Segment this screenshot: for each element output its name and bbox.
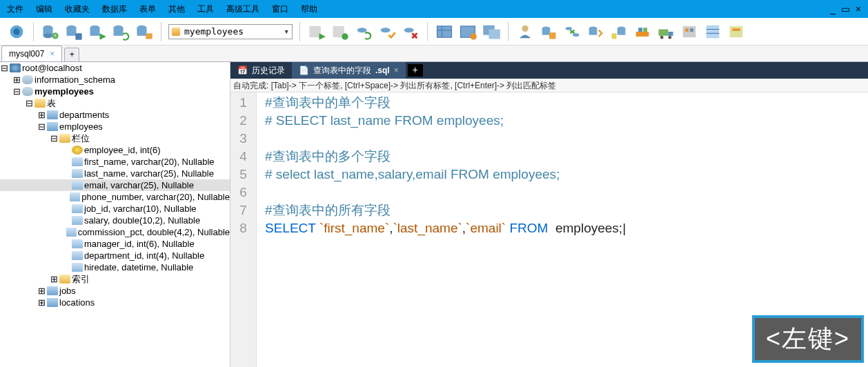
close-icon[interactable]: × xyxy=(394,66,399,75)
db-refresh-icon[interactable] xyxy=(111,22,130,41)
tree-label: 栏位 xyxy=(72,132,90,144)
tree-column[interactable]: commission_pct, double(4,2), Nullable xyxy=(0,226,230,238)
tree-folder[interactable]: ⊞ 索引 xyxy=(0,273,230,285)
exec-icon[interactable] xyxy=(307,22,326,41)
tree-label: hiredate, datetime, Nullable xyxy=(84,261,193,273)
svg-rect-16 xyxy=(137,28,147,36)
exec-selection-icon[interactable] xyxy=(331,22,350,41)
backup-icon[interactable] xyxy=(539,22,558,41)
svg-rect-35 xyxy=(549,32,555,39)
menu-item[interactable]: 表单 xyxy=(139,3,156,15)
file-add-button[interactable]: + xyxy=(408,64,423,77)
close-icon[interactable]: × xyxy=(50,49,55,59)
trans-refresh-icon[interactable] xyxy=(354,22,373,41)
menubar: 文件编辑收藏夹数据库表单其他工具高级工具窗口帮助 _ ▭ × xyxy=(0,0,868,18)
db-event-icon[interactable] xyxy=(135,22,154,41)
tab-query[interactable]: 📄 查询表中的字段.sql × xyxy=(292,62,406,79)
code-token: FROM xyxy=(506,221,552,235)
db-new-icon[interactable]: + xyxy=(41,22,60,41)
tree-database[interactable]: ⊞ information_schema xyxy=(0,74,230,86)
tree-label: 表 xyxy=(47,97,56,109)
tree-table[interactable]: ⊞ departments xyxy=(0,109,230,121)
menu-item[interactable]: 数据库 xyxy=(102,3,127,15)
calendar-icon: 📅 xyxy=(237,66,248,75)
tree-label: commission_pct, double(4,2), Nullable xyxy=(78,226,230,238)
tree-column[interactable]: salary, double(10,2), Nullable xyxy=(0,215,230,226)
tree-toggle-icon[interactable]: ⊞ xyxy=(37,109,46,121)
tool-c-icon[interactable] xyxy=(727,22,746,41)
connection-add-button[interactable]: + xyxy=(64,48,79,61)
tree-label: salary, double(10,2), Nullable xyxy=(84,215,200,226)
menu-item[interactable]: 窗口 xyxy=(272,3,288,15)
tree-column[interactable]: last_name, varchar(25), Nullable xyxy=(0,168,230,179)
tree-toggle-icon[interactable]: ⊞ xyxy=(37,285,46,297)
menu-item[interactable]: 帮助 xyxy=(301,3,317,15)
tree-label: last_name, varchar(25), Nullable xyxy=(84,168,214,179)
svg-rect-51 xyxy=(685,28,689,32)
menu-item[interactable]: 收藏夹 xyxy=(65,3,90,15)
ship-icon[interactable] xyxy=(633,22,652,41)
tool-a-icon[interactable] xyxy=(680,22,699,41)
tree-table[interactable]: ⊞ jobs xyxy=(0,285,230,297)
tree-toggle-icon[interactable]: ⊟ xyxy=(50,132,58,144)
line-gutter: 12345678 xyxy=(230,92,257,367)
tree-label: job_id, varchar(10), Nullable xyxy=(84,203,197,215)
tree-toggle-icon[interactable]: ⊟ xyxy=(0,62,8,74)
trans-rollback-icon[interactable] xyxy=(401,22,420,41)
tree-toggle-icon[interactable]: ⊞ xyxy=(12,74,21,86)
object-tree[interactable]: ⊟ root@localhost⊞ information_schema⊟ my… xyxy=(0,62,230,367)
tree-column[interactable]: email, varchar(25), Nullable xyxy=(0,179,230,191)
import-icon[interactable] xyxy=(609,22,629,41)
tree-column[interactable]: job_id, varchar(10), Nullable xyxy=(0,203,230,215)
table-2-icon[interactable] xyxy=(458,22,477,41)
tree-folder[interactable]: ⊟ 栏位 xyxy=(0,132,230,144)
tree-column[interactable]: phone_number, varchar(20), Nullable xyxy=(0,191,230,203)
svg-rect-9 xyxy=(75,33,81,39)
sync-icon[interactable] xyxy=(562,22,582,41)
svg-rect-17 xyxy=(146,33,152,39)
new-conn-icon[interactable] xyxy=(7,22,26,41)
table-1-icon[interactable] xyxy=(435,22,454,41)
menu-item[interactable]: 文件 xyxy=(7,3,23,15)
svg-rect-8 xyxy=(67,28,77,36)
minimize-icon[interactable]: _ xyxy=(830,3,836,14)
tree-database[interactable]: ⊟ myemployees xyxy=(0,86,230,97)
tab-history[interactable]: 📅 历史记录 xyxy=(230,62,292,79)
restore-icon[interactable]: ▭ xyxy=(841,3,850,14)
code-token: `last_name` xyxy=(393,221,462,235)
export-icon[interactable] xyxy=(586,22,605,41)
menu-item[interactable]: 编辑 xyxy=(36,3,52,15)
trans-commit-icon[interactable] xyxy=(377,22,397,41)
tree-column[interactable]: hiredate, datetime, Nullable xyxy=(0,261,230,273)
tree-column[interactable]: department_id, int(4), Nullable xyxy=(0,250,230,261)
tree-toggle-icon[interactable]: ⊟ xyxy=(25,97,33,109)
tree-column[interactable]: manager_id, int(6), Nullable xyxy=(0,238,230,250)
database-select[interactable]: myemployees xyxy=(168,24,293,39)
svg-point-24 xyxy=(404,28,414,32)
tree-server[interactable]: ⊟ root@localhost xyxy=(0,62,230,74)
tree-column[interactable]: first_name, varchar(20), Nullable xyxy=(0,156,230,168)
truck-icon[interactable] xyxy=(656,22,675,41)
tool-b-icon[interactable] xyxy=(703,22,722,41)
svg-point-49 xyxy=(669,35,672,39)
tree-toggle-icon[interactable]: ⊟ xyxy=(37,121,46,132)
user-icon[interactable] xyxy=(515,22,535,41)
menu-item[interactable]: 高级工具 xyxy=(226,3,259,15)
tree-table[interactable]: ⊟ employees xyxy=(0,121,230,132)
tree-toggle-icon[interactable]: ⊞ xyxy=(50,273,58,285)
svg-rect-45 xyxy=(643,28,647,32)
tree-toggle-icon[interactable]: ⊟ xyxy=(12,86,21,97)
table-3-icon[interactable] xyxy=(482,22,501,41)
tree-folder[interactable]: ⊟ 表 xyxy=(0,97,230,109)
connection-tab[interactable]: mysql007 × xyxy=(1,46,62,61)
tree-table[interactable]: ⊞ locations xyxy=(0,297,230,308)
db-run-icon[interactable] xyxy=(88,22,107,41)
menu-item[interactable]: 其他 xyxy=(168,3,185,15)
tree-column[interactable]: employee_id, int(6) xyxy=(0,144,230,156)
svg-rect-50 xyxy=(683,26,696,37)
close-icon[interactable]: × xyxy=(856,3,861,14)
menu-item[interactable]: 工具 xyxy=(197,3,214,15)
left-click-overlay[interactable]: <左键> xyxy=(752,315,864,363)
tree-toggle-icon[interactable]: ⊞ xyxy=(37,297,46,308)
db-save-icon[interactable] xyxy=(64,22,83,41)
